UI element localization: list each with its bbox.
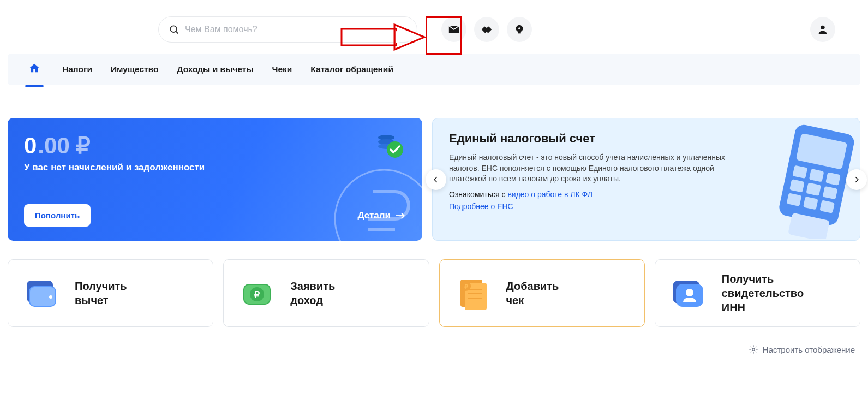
svg-point-4	[518, 27, 520, 29]
action-label: Заявитьдоход	[290, 279, 335, 307]
balance-amount: 0.00 ₽	[24, 132, 406, 159]
ens-text: Единый налоговый счет - это новый способ…	[449, 152, 745, 185]
action-label: Добавитьчек	[506, 279, 559, 307]
receipt-icon: ₽	[454, 274, 492, 312]
idea-button[interactable]	[507, 17, 532, 42]
search-input[interactable]	[185, 25, 407, 34]
ruble-tag-icon: ₽	[238, 274, 276, 312]
handshake-icon	[481, 23, 493, 35]
carousel-prev[interactable]	[426, 169, 446, 190]
mail-button[interactable]	[441, 17, 466, 42]
svg-point-30	[49, 295, 52, 299]
svg-point-44	[686, 289, 693, 296]
chevron-right-icon	[853, 176, 860, 183]
home-icon	[28, 62, 40, 74]
gear-icon	[749, 344, 758, 354]
ruble-bg-icon	[330, 164, 422, 241]
profile-button[interactable]	[810, 17, 835, 42]
hero-row: 0.00 ₽ У вас нет начислений и задолженно…	[0, 85, 868, 241]
svg-point-45	[752, 348, 755, 351]
action-label: Получитьвычет	[75, 279, 127, 307]
top-bar	[0, 0, 868, 54]
nav-item-taxes[interactable]: Налоги	[62, 55, 92, 84]
user-icon	[817, 23, 829, 35]
svg-rect-3	[518, 32, 521, 34]
wallet-icon	[22, 274, 61, 312]
balance-frac: .00 ₽	[38, 132, 91, 159]
main-nav: Налоги Имущество Доходы и вычеты Чеки Ка…	[8, 54, 860, 85]
chevron-left-icon	[432, 176, 440, 183]
action-declare-income[interactable]: ₽ Заявитьдоход	[223, 259, 429, 327]
ens-card: Единый налоговый счет Единый налоговый с…	[432, 118, 860, 241]
carousel-next[interactable]	[846, 169, 867, 190]
topup-button[interactable]: Пополнить	[24, 204, 91, 227]
svg-text:₽: ₽	[254, 290, 260, 299]
ens-title: Единый налоговый счет	[449, 132, 745, 146]
ens-link1-row: Ознакомиться с видео о работе в ЛК ФЛ	[449, 190, 745, 199]
ens-more-link[interactable]: Подробнее о ЕНС	[449, 202, 513, 211]
handshake-button[interactable]	[474, 17, 499, 42]
balance-card: 0.00 ₽ У вас нет начислений и задолженно…	[8, 118, 422, 241]
display-settings-label: Настроить отображение	[763, 345, 855, 354]
svg-point-5	[821, 26, 824, 29]
svg-text:₽: ₽	[464, 283, 468, 290]
ens-video-link[interactable]: видео о работе в ЛК ФЛ	[507, 190, 592, 199]
id-card-icon	[669, 274, 708, 312]
nav-item-property[interactable]: Имущество	[111, 55, 159, 84]
ens-link1-prefix: Ознакомиться с	[449, 190, 507, 199]
coins-check-icon	[374, 130, 407, 163]
nav-item-receipts[interactable]: Чеки	[272, 55, 292, 84]
nav-home[interactable]	[25, 52, 44, 86]
search-icon	[169, 24, 179, 35]
display-settings-link[interactable]: Настроить отображение	[0, 327, 868, 363]
action-deduction[interactable]: Получитьвычет	[8, 259, 213, 327]
balance-int: 0	[24, 133, 37, 159]
action-add-receipt[interactable]: ₽ Добавитьчек	[439, 259, 645, 327]
actions-row: Получитьвычет ₽ Заявитьдоход ₽ Добавитьч…	[0, 241, 868, 327]
nav-item-income[interactable]: Доходы и вычеты	[177, 55, 253, 84]
mail-icon	[448, 23, 460, 35]
lightbulb-icon	[513, 23, 525, 35]
action-label: ПолучитьсвидетельствоИНН	[722, 272, 804, 314]
search-input-wrap[interactable]	[158, 16, 417, 43]
action-get-inn[interactable]: ПолучитьсвидетельствоИНН	[655, 259, 860, 327]
svg-point-0	[170, 26, 177, 32]
svg-line-1	[176, 32, 178, 34]
nav-item-catalog[interactable]: Каталог обращений	[310, 55, 393, 84]
